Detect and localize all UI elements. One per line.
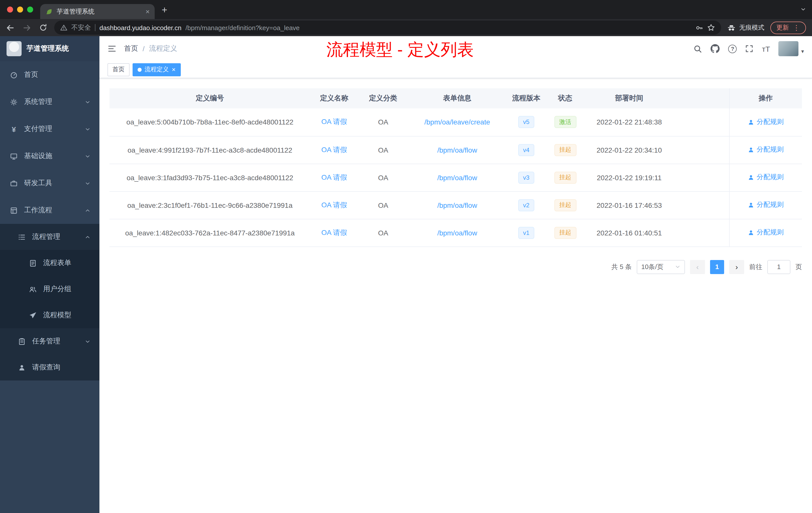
goto-page-input[interactable]: [767, 260, 790, 274]
tab-search-chevron-icon[interactable]: [801, 6, 806, 12]
assign-rule-label: 分配规则: [757, 173, 784, 182]
tag-home[interactable]: 首页: [108, 63, 129, 76]
sidebar-item-system[interactable]: 系统管理: [0, 88, 99, 116]
sidebar-item-leave-query[interactable]: 请假查询: [0, 354, 99, 381]
header-actions: ? тT ▾: [694, 41, 804, 56]
app-logo[interactable]: 芋道管理系统: [0, 36, 99, 61]
window-controls: [7, 6, 33, 12]
form-link[interactable]: /bpm/oa/flow: [437, 146, 477, 154]
update-label: 更新: [776, 23, 789, 32]
github-icon[interactable]: [711, 44, 720, 53]
key-icon[interactable]: [696, 24, 703, 31]
tag-process-definition[interactable]: 流程定义 ×: [133, 63, 180, 76]
document-icon: [28, 259, 38, 267]
assign-rule-link[interactable]: 分配规则: [748, 173, 784, 182]
prev-page-button[interactable]: ‹: [690, 260, 705, 274]
update-button[interactable]: 更新 ⋮: [770, 21, 806, 34]
version-badge: v1: [518, 227, 534, 239]
definition-name-link[interactable]: OA 请假: [321, 173, 347, 181]
sidebar-item-workflow[interactable]: 工作流程: [0, 197, 99, 224]
gear-icon: [9, 98, 19, 105]
sidebar-item-task-mgmt[interactable]: 任务管理: [0, 328, 99, 354]
assign-rule-link[interactable]: 分配规则: [748, 228, 784, 237]
next-page-button[interactable]: ›: [729, 260, 744, 274]
warning-icon: [60, 24, 67, 31]
sidebar-item-label: 研发工具: [24, 179, 52, 188]
definition-name-link[interactable]: OA 请假: [321, 118, 347, 126]
sidebar: 芋道管理系统 首页 系统管理 ¥ 支付管理: [0, 36, 99, 513]
close-icon[interactable]: ×: [172, 66, 175, 73]
sidebar-menu: 首页 系统管理 ¥ 支付管理 基础设施: [0, 61, 99, 513]
monitor-icon: [9, 152, 19, 160]
form-link[interactable]: /bpm/oa/flow: [437, 229, 477, 237]
cell-id: oa_leave:4:991f2193-7b7f-11ec-a3c8-acde4…: [110, 136, 310, 163]
avatar-image: [779, 41, 799, 56]
forward-icon[interactable]: [23, 23, 31, 32]
definition-name-link[interactable]: OA 请假: [321, 145, 347, 153]
cell-spacer: [674, 163, 729, 191]
browser-tab[interactable]: 芋道管理系统 ×: [40, 4, 155, 19]
cell-id: oa_leave:3:1fad3d93-7b75-11ec-a3c8-acde4…: [110, 163, 310, 191]
page-number-button[interactable]: 1: [710, 260, 724, 274]
annotation-title: 流程模型 - 定义列表: [326, 39, 474, 61]
help-icon[interactable]: ?: [728, 44, 737, 53]
sidebar-item-process-model[interactable]: 流程模型: [0, 302, 99, 328]
url-path: /bpm/manager/definition?key=oa_leave: [185, 24, 300, 31]
window-minimize-button[interactable]: [17, 6, 23, 12]
security-label[interactable]: 不安全: [71, 23, 91, 32]
incognito-label: 无痕模式: [739, 23, 764, 32]
user-avatar[interactable]: ▾: [779, 41, 804, 56]
send-icon: [28, 311, 38, 319]
nav-buttons: [6, 23, 47, 32]
dashboard-icon: [9, 71, 19, 79]
table-row: oa_leave:3:1fad3d93-7b75-11ec-a3c8-acde4…: [110, 163, 802, 191]
reload-icon[interactable]: [39, 24, 47, 32]
address-bar[interactable]: 不安全 dashboard.yudao.iocoder.cn /bpm/mana…: [54, 21, 721, 35]
definition-name-link[interactable]: OA 请假: [321, 228, 347, 236]
breadcrumb-separator: /: [143, 45, 145, 53]
logo-image: [6, 41, 22, 56]
url-host: dashboard.yudao.iocoder.cn: [99, 24, 181, 31]
fullscreen-icon[interactable]: [746, 45, 754, 53]
assign-rule-link[interactable]: 分配规则: [748, 145, 784, 154]
assign-rule-label: 分配规则: [757, 228, 784, 237]
screen: 芋道管理系统 × + 不安全 dashboard.yudao.iocoder.c…: [0, 0, 812, 513]
hamburger-icon[interactable]: [108, 44, 116, 53]
bookmark-star-icon[interactable]: [707, 24, 715, 32]
breadcrumb-home[interactable]: 首页: [124, 44, 138, 53]
assign-rule-link[interactable]: 分配规则: [748, 201, 784, 210]
sidebar-item-user-group[interactable]: 用户分组: [0, 276, 99, 302]
sidebar-item-label: 流程管理: [32, 233, 60, 241]
sidebar-item-process-mgmt[interactable]: 流程管理: [0, 224, 99, 250]
page-size-select[interactable]: 10条/页: [637, 260, 685, 274]
sidebar-item-home[interactable]: 首页: [0, 61, 99, 88]
sidebar-item-infra[interactable]: 基础设施: [0, 143, 99, 170]
form-link[interactable]: /bpm/oa/flow: [437, 201, 477, 209]
favicon-icon: [45, 8, 53, 15]
cell-deploy-time: 2022-01-22 21:48:38: [584, 109, 674, 136]
form-link[interactable]: /bpm/oa/leave/create: [424, 118, 490, 126]
col-header-time: 部署时间: [584, 88, 674, 109]
back-icon[interactable]: [6, 23, 14, 32]
close-icon[interactable]: ×: [146, 8, 150, 15]
font-size-icon[interactable]: тT: [762, 44, 770, 53]
new-tab-button[interactable]: +: [162, 5, 167, 14]
chevron-down-icon: [85, 126, 90, 132]
incognito-badge: 无痕模式: [727, 23, 764, 32]
menu-kebab-icon[interactable]: ⋮: [793, 24, 800, 31]
cell-spacer: [674, 136, 729, 163]
sidebar-item-payment[interactable]: ¥ 支付管理: [0, 116, 99, 143]
cell-category: OA: [358, 219, 408, 246]
chevron-up-icon: [85, 208, 90, 213]
version-badge: v2: [518, 199, 534, 211]
sidebar-item-devtools[interactable]: 研发工具: [0, 170, 99, 197]
definition-name-link[interactable]: OA 请假: [321, 201, 347, 209]
search-icon[interactable]: [694, 44, 702, 53]
window-close-button[interactable]: [7, 6, 13, 12]
assign-rule-link[interactable]: 分配规则: [748, 117, 784, 126]
form-link[interactable]: /bpm/oa/flow: [437, 174, 477, 181]
sidebar-item-process-form[interactable]: 流程表单: [0, 250, 99, 276]
window-zoom-button[interactable]: [27, 6, 33, 12]
workflow-submenu: 流程管理 流程表单 用户分组 流程模型: [0, 224, 99, 381]
version-badge: v5: [518, 116, 534, 128]
